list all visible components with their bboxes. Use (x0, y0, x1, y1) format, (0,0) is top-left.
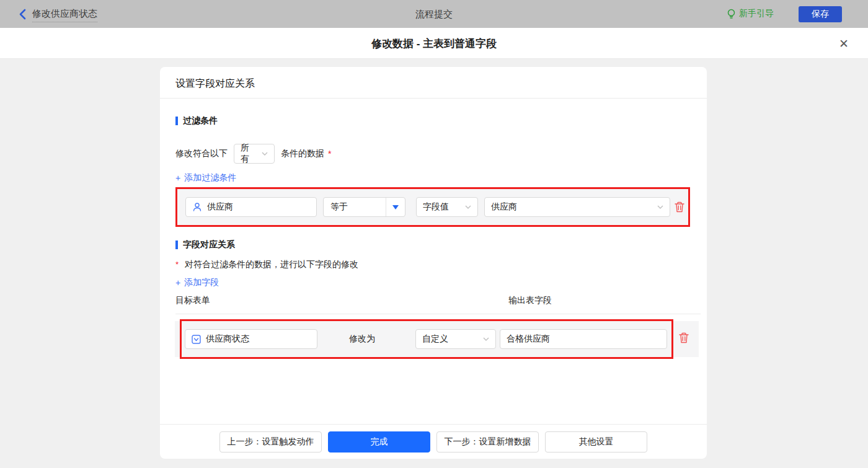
operator-select[interactable]: 等于 (323, 197, 405, 217)
section-marker (175, 241, 178, 249)
column-header-output-field: 输出表字段 (508, 295, 552, 306)
field-mapping-row: 供应商状态 修改为 自定义 合格供应商 (175, 321, 699, 357)
operator-dropdown-button[interactable] (386, 198, 405, 216)
trash-icon (679, 332, 689, 343)
match-mode-value: 所有 (241, 143, 257, 165)
value-type-select[interactable]: 字段值 (416, 197, 478, 217)
modal-header: 修改数据 - 主表到普通字段 ✕ (0, 28, 868, 59)
required-mark: * (328, 149, 331, 159)
top-bar: 修改供应商状态 流程提交 新手引导 保存 (0, 0, 868, 28)
value-type-value: 字段值 (423, 201, 460, 213)
chevron-down-icon (262, 152, 268, 156)
footer-actions: 上一步：设置触发动作 完成 下一步：设置新增数据 其他设置 (160, 431, 707, 453)
settings-panel: 设置字段对应关系 过滤条件 修改符合以下 所有 条件的数据 * + 添加过滤条件 (160, 67, 707, 459)
output-value-input[interactable]: 合格供应商 (500, 329, 667, 349)
modify-to-label: 修改为 (349, 333, 375, 345)
trash-icon (675, 201, 684, 213)
mapping-section-title: 字段对应关系 (175, 239, 235, 250)
other-settings-button[interactable]: 其他设置 (545, 431, 647, 453)
chevron-down-icon (657, 205, 663, 209)
output-value: 合格供应商 (507, 333, 550, 345)
lightbulb-icon (727, 9, 736, 19)
filter-field-value: 供应商 (207, 201, 233, 213)
modal-title: 修改数据 - 主表到普通字段 (0, 37, 868, 51)
mapping-note-text: 对符合过滤条件的数据，进行以下字段的修改 (185, 259, 358, 269)
chevron-down-icon (465, 205, 471, 209)
chevron-down-icon (483, 337, 489, 341)
filter-match-sentence: 修改符合以下 所有 条件的数据 * (175, 143, 331, 164)
operator-value: 等于 (324, 201, 381, 213)
add-filter-condition-label: 添加过滤条件 (184, 172, 236, 183)
filter-value: 供应商 (491, 201, 652, 213)
divider (160, 424, 707, 425)
add-field-label: 添加字段 (184, 277, 219, 288)
plus-icon: + (175, 278, 180, 288)
mapping-note: * 对符合过滤条件的数据，进行以下字段的修改 (175, 259, 358, 270)
add-filter-condition-link[interactable]: + 添加过滤条件 (175, 172, 236, 183)
filter-section-title: 过滤条件 (175, 115, 218, 126)
triangle-down-icon (392, 205, 399, 210)
select-field-icon (192, 335, 201, 344)
beginner-guide-link[interactable]: 新手引导 (727, 8, 774, 19)
filter-field-input[interactable]: 供应商 (185, 197, 317, 217)
modal-content: 设置字段对应关系 过滤条件 修改符合以下 所有 条件的数据 * + 添加过滤条件 (0, 59, 868, 468)
sentence-prefix: 修改符合以下 (175, 148, 228, 159)
delete-field-button[interactable] (678, 332, 689, 344)
required-mark: * (175, 260, 179, 269)
target-field-value: 供应商状态 (206, 333, 249, 345)
panel-title: 设置字段对应关系 (175, 77, 255, 91)
add-field-link[interactable]: + 添加字段 (175, 277, 219, 288)
filter-section-label: 过滤条件 (183, 115, 218, 126)
filter-value-select[interactable]: 供应商 (484, 197, 670, 217)
section-marker (175, 117, 178, 125)
prev-step-button[interactable]: 上一步：设置触发动作 (219, 431, 322, 453)
user-icon (192, 202, 202, 212)
next-step-button[interactable]: 下一步：设置新增数据 (436, 431, 539, 453)
filter-condition-row: 供应商 等于 字段值 供应商 (175, 187, 690, 227)
beginner-guide-label: 新手引导 (739, 8, 774, 19)
save-button[interactable]: 保存 (799, 6, 842, 22)
mapping-section-label: 字段对应关系 (183, 239, 235, 250)
match-mode-select[interactable]: 所有 (234, 144, 275, 164)
delete-condition-button[interactable] (674, 201, 685, 213)
plus-icon: + (175, 173, 180, 183)
target-field-input[interactable]: 供应商状态 (185, 329, 317, 349)
sentence-suffix: 条件的数据 (281, 148, 324, 159)
close-icon[interactable]: ✕ (836, 35, 852, 51)
done-button[interactable]: 完成 (328, 431, 430, 453)
column-header-target-form: 目标表单 (175, 295, 210, 306)
divider (160, 98, 707, 99)
value-mode-select[interactable]: 自定义 (415, 329, 496, 349)
divider (175, 314, 701, 314)
value-mode-value: 自定义 (422, 333, 478, 345)
